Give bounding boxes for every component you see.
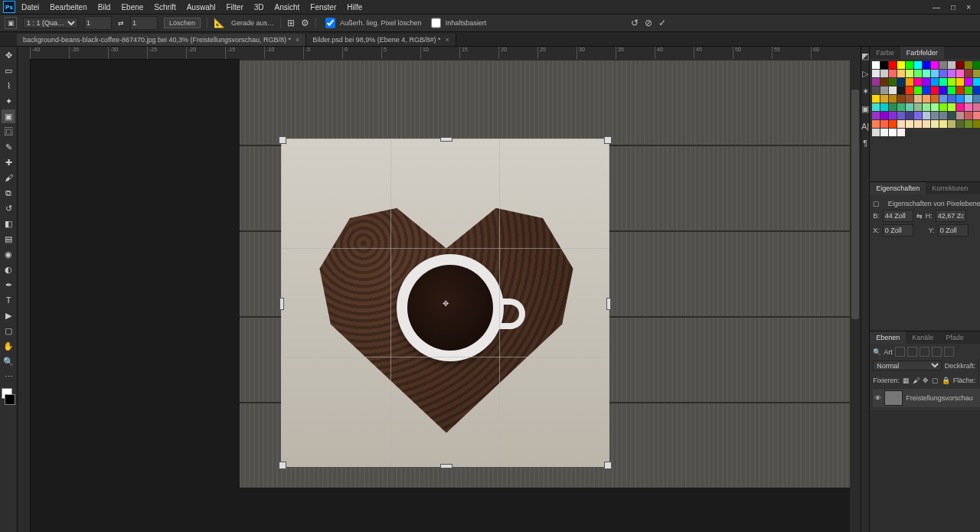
swatch[interactable] bbox=[973, 70, 980, 77]
edit-toolbar[interactable]: ⋯ bbox=[2, 370, 15, 383]
menu-datei[interactable]: Datei bbox=[17, 2, 44, 13]
prop-x-input[interactable] bbox=[883, 224, 913, 237]
eraser-tool[interactable]: ◧ bbox=[2, 217, 15, 230]
crop-height-input[interactable] bbox=[130, 16, 158, 30]
swatch[interactable] bbox=[897, 61, 905, 69]
swatch[interactable] bbox=[889, 78, 897, 86]
swatch[interactable] bbox=[897, 112, 905, 119]
canvas-area[interactable]: -40-35-30-25-20-15-10-505101520253035404… bbox=[18, 47, 861, 532]
swatch[interactable] bbox=[956, 112, 964, 119]
swatch[interactable] bbox=[965, 78, 972, 86]
swatch[interactable] bbox=[939, 103, 947, 111]
swatch[interactable] bbox=[973, 103, 980, 111]
swatch[interactable] bbox=[948, 70, 956, 77]
history-brush-tool[interactable]: ↺ bbox=[2, 201, 15, 215]
swatch[interactable] bbox=[897, 70, 905, 77]
pen-tool[interactable]: ✒ bbox=[2, 278, 15, 292]
swatch[interactable] bbox=[956, 103, 964, 111]
content-aware-checkbox[interactable]: Inhaltsbasiert bbox=[428, 15, 487, 31]
swatch[interactable] bbox=[923, 95, 930, 103]
menu-schrift[interactable]: Schrift bbox=[149, 2, 180, 13]
doc-tab-1[interactable]: background-beans-black-coffee-867470.jpg… bbox=[17, 34, 306, 46]
layer-visibility-icon[interactable]: 👁 bbox=[874, 394, 881, 402]
swatch[interactable] bbox=[914, 95, 922, 103]
swatch[interactable] bbox=[923, 61, 930, 69]
swatch[interactable] bbox=[931, 103, 939, 111]
window-maximize[interactable]: □ bbox=[951, 3, 956, 11]
swap-icon[interactable]: ⇄ bbox=[118, 19, 124, 27]
menu-fenster[interactable]: Fenster bbox=[305, 2, 341, 13]
swatch[interactable] bbox=[965, 112, 972, 119]
tab-ebenen[interactable]: Ebenen bbox=[870, 331, 906, 344]
tab-eigenschaften[interactable]: Eigenschaften bbox=[870, 182, 926, 194]
swatch[interactable] bbox=[906, 112, 913, 119]
swatch[interactable] bbox=[880, 95, 888, 103]
shape-tool[interactable]: ▢ bbox=[2, 324, 15, 338]
quick-select-tool[interactable]: ✦ bbox=[2, 94, 15, 108]
lock-all-icon[interactable]: 🔒 bbox=[942, 377, 950, 384]
clear-button[interactable]: Löschen bbox=[164, 18, 201, 28]
swatch[interactable] bbox=[889, 112, 897, 119]
brush-preset-icon[interactable]: ✶ bbox=[862, 86, 869, 96]
swatch[interactable] bbox=[897, 129, 905, 136]
crop-handle-w[interactable] bbox=[279, 298, 284, 310]
swatch[interactable] bbox=[880, 103, 888, 111]
dodge-tool[interactable]: ◐ bbox=[2, 263, 15, 276]
filter-pixel-icon[interactable] bbox=[895, 347, 905, 357]
swatch[interactable] bbox=[948, 78, 956, 86]
tab-korrekturen[interactable]: Korrekturen bbox=[926, 182, 974, 194]
character-icon[interactable]: A| bbox=[861, 122, 869, 131]
commit-crop-icon[interactable]: ✓ bbox=[658, 18, 666, 28]
swatch[interactable] bbox=[914, 103, 922, 111]
swatch[interactable] bbox=[956, 95, 964, 103]
frame-tool[interactable]: ⿴ bbox=[2, 125, 15, 139]
close-icon[interactable]: × bbox=[296, 36, 299, 44]
swatch[interactable] bbox=[956, 70, 964, 77]
reset-crop-icon[interactable]: ↺ bbox=[631, 18, 639, 28]
swatch[interactable] bbox=[965, 61, 972, 69]
swatch[interactable] bbox=[914, 61, 922, 69]
filter-smart-icon[interactable] bbox=[944, 347, 954, 357]
menu-ebene[interactable]: Ebene bbox=[116, 2, 148, 13]
lock-position-icon[interactable]: ✥ bbox=[923, 377, 929, 384]
history-icon[interactable]: ▷ bbox=[862, 69, 868, 79]
crop-tool[interactable]: ▣ bbox=[2, 109, 15, 123]
swatch[interactable] bbox=[931, 95, 939, 103]
foreground-background-colors[interactable] bbox=[2, 388, 15, 405]
swatch[interactable] bbox=[948, 120, 956, 128]
crop-handle-s[interactable] bbox=[440, 464, 452, 468]
swatch[interactable] bbox=[948, 95, 956, 103]
crop-handle-ne[interactable] bbox=[604, 136, 612, 144]
vertical-scrollbar[interactable] bbox=[850, 59, 861, 532]
document[interactable]: ✥ bbox=[240, 59, 852, 480]
straighten-icon[interactable]: 📐 bbox=[214, 18, 225, 28]
tab-farbe[interactable]: Farbe bbox=[870, 47, 900, 59]
swatch[interactable] bbox=[973, 78, 980, 86]
swatch[interactable] bbox=[872, 61, 880, 69]
swatch[interactable] bbox=[889, 129, 897, 136]
swatch[interactable] bbox=[872, 129, 880, 136]
swatch[interactable] bbox=[906, 61, 913, 69]
swatch[interactable] bbox=[948, 86, 956, 94]
paragraph-icon[interactable]: ¶ bbox=[863, 139, 867, 148]
swatch[interactable] bbox=[923, 103, 930, 111]
swatch[interactable] bbox=[872, 103, 880, 111]
crop-handle-e[interactable] bbox=[606, 298, 611, 310]
crop-ratio-select[interactable]: 1 : 1 (Qua… bbox=[23, 18, 78, 28]
swatch[interactable] bbox=[880, 120, 888, 128]
swatch[interactable] bbox=[931, 120, 939, 128]
swatch[interactable] bbox=[880, 78, 888, 86]
link-wh-icon[interactable]: ⇆ bbox=[916, 212, 923, 220]
blend-mode-select[interactable]: Normal bbox=[873, 361, 942, 370]
swatch[interactable] bbox=[880, 70, 888, 77]
crop-width-input[interactable] bbox=[84, 16, 112, 30]
zoom-tool[interactable]: 🔍 bbox=[2, 354, 15, 368]
stamp-tool[interactable]: ⧉ bbox=[2, 186, 15, 200]
swatch[interactable] bbox=[931, 78, 939, 86]
path-select-tool[interactable]: ▶ bbox=[2, 308, 15, 322]
marquee-tool[interactable]: ▭ bbox=[2, 64, 15, 77]
swatch[interactable] bbox=[906, 95, 913, 103]
swatch[interactable] bbox=[965, 95, 972, 103]
menu-bearbeiten[interactable]: Bearbeiten bbox=[45, 2, 91, 13]
swatch[interactable] bbox=[956, 86, 964, 94]
